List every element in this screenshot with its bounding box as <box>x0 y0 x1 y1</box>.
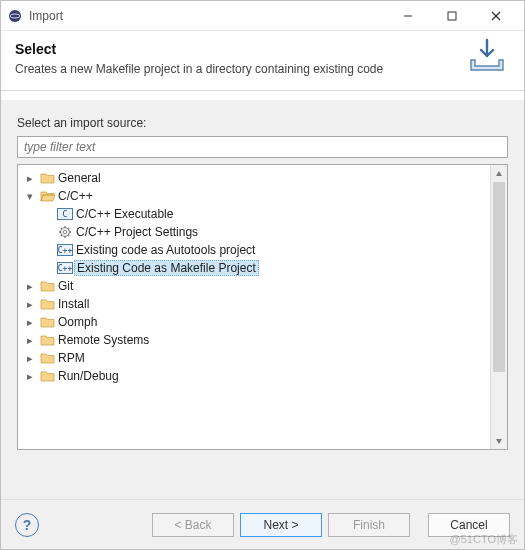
chevron-right-icon[interactable]: ▸ <box>22 352 38 365</box>
tree-item-ccpp[interactable]: ▾ C/C++ <box>20 187 488 205</box>
tree-scrollbar[interactable] <box>490 165 507 449</box>
scroll-down-icon[interactable] <box>491 432 507 449</box>
window-title: Import <box>29 9 63 23</box>
scroll-thumb[interactable] <box>493 182 505 372</box>
wizard-body: Select an import source: ▸ General ▾ C/C… <box>1 99 524 499</box>
tree-item-git[interactable]: ▸ Git <box>20 277 488 295</box>
folder-icon <box>38 298 56 310</box>
minimize-button[interactable] <box>386 2 430 30</box>
finish-button[interactable]: Finish <box>328 513 410 537</box>
tree-item-ccpp-executable[interactable]: C C/C++ Executable <box>20 205 488 223</box>
svg-line-12 <box>61 228 62 229</box>
chevron-right-icon[interactable]: ▸ <box>22 172 38 185</box>
folder-icon <box>38 334 56 346</box>
scroll-track[interactable] <box>491 182 507 432</box>
c-file-icon: C <box>56 208 74 220</box>
svg-line-13 <box>68 235 69 236</box>
tree-label: RPM <box>56 351 87 365</box>
chevron-down-icon[interactable]: ▾ <box>22 190 38 203</box>
tree-content[interactable]: ▸ General ▾ C/C++ C C/C++ Executable <box>18 165 490 449</box>
import-tree: ▸ General ▾ C/C++ C C/C++ Executable <box>17 164 508 450</box>
eclipse-icon <box>7 8 23 24</box>
next-button[interactable]: Next > <box>240 513 322 537</box>
cpp-file-icon: C++ <box>56 262 74 274</box>
tree-label: Run/Debug <box>56 369 121 383</box>
tree-label: Install <box>56 297 91 311</box>
page-title: Select <box>15 41 464 57</box>
maximize-button[interactable] <box>430 2 474 30</box>
title-bar: Import <box>1 1 524 31</box>
chevron-right-icon[interactable]: ▸ <box>22 334 38 347</box>
import-icon <box>464 37 510 78</box>
cpp-file-icon: C++ <box>56 244 74 256</box>
close-button[interactable] <box>474 2 518 30</box>
select-source-label: Select an import source: <box>17 116 508 130</box>
gear-icon <box>56 225 74 239</box>
tree-item-ccpp-project-settings[interactable]: C/C++ Project Settings <box>20 223 488 241</box>
tree-label: C/C++ Project Settings <box>74 225 200 239</box>
tree-item-install[interactable]: ▸ Install <box>20 295 488 313</box>
tree-label: Git <box>56 279 75 293</box>
chevron-right-icon[interactable]: ▸ <box>22 316 38 329</box>
tree-item-rpm[interactable]: ▸ RPM <box>20 349 488 367</box>
wizard-header: Select Creates a new Makefile project in… <box>1 31 524 91</box>
back-button[interactable]: < Back <box>152 513 234 537</box>
page-description: Creates a new Makefile project in a dire… <box>15 61 464 78</box>
chevron-right-icon[interactable]: ▸ <box>22 298 38 311</box>
tree-label: C/C++ <box>56 189 95 203</box>
tree-label: Existing code as Autotools project <box>74 243 257 257</box>
folder-icon <box>38 172 56 184</box>
svg-point-7 <box>63 230 66 233</box>
folder-icon <box>38 316 56 328</box>
tree-item-remote-systems[interactable]: ▸ Remote Systems <box>20 331 488 349</box>
tree-item-makefile-project[interactable]: C++ Existing Code as Makefile Project <box>20 259 488 277</box>
tree-label: C/C++ Executable <box>74 207 175 221</box>
help-button[interactable]: ? <box>15 513 39 537</box>
svg-line-15 <box>61 235 62 236</box>
chevron-right-icon[interactable]: ▸ <box>22 370 38 383</box>
tree-item-run-debug[interactable]: ▸ Run/Debug <box>20 367 488 385</box>
tree-label: General <box>56 171 103 185</box>
folder-icon <box>38 370 56 382</box>
tree-label: Existing Code as Makefile Project <box>74 260 259 276</box>
svg-point-0 <box>9 10 21 22</box>
tree-item-general[interactable]: ▸ General <box>20 169 488 187</box>
filter-input[interactable] <box>17 136 508 158</box>
watermark: @51CTO博客 <box>450 532 518 547</box>
tree-item-oomph[interactable]: ▸ Oomph <box>20 313 488 331</box>
svg-line-14 <box>68 228 69 229</box>
scroll-up-icon[interactable] <box>491 165 507 182</box>
tree-item-autotools[interactable]: C++ Existing code as Autotools project <box>20 241 488 259</box>
folder-icon <box>38 280 56 292</box>
svg-rect-3 <box>448 12 456 20</box>
folder-icon <box>38 352 56 364</box>
chevron-right-icon[interactable]: ▸ <box>22 280 38 293</box>
tree-label: Remote Systems <box>56 333 151 347</box>
folder-open-icon <box>38 190 56 202</box>
wizard-footer: ? < Back Next > Finish Cancel <box>1 499 524 549</box>
tree-label: Oomph <box>56 315 99 329</box>
